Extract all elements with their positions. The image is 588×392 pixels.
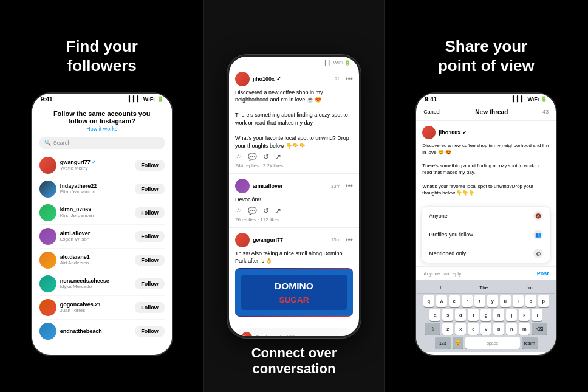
post-avatar-1 [235,72,250,86]
key-y[interactable]: y [487,295,498,307]
key-l[interactable]: l [532,309,542,321]
reply-option-following[interactable]: Profiles you follow 👥 [422,225,550,244]
share-icon[interactable]: ↗ [275,207,281,215]
follow-button[interactable]: Follow [135,207,165,218]
battery-icon: 🔋 [157,96,163,102]
post-meta-2: 33m ••• [331,182,353,190]
list-item: kiran_0706x Kirsi Jørgensen Follow [39,201,165,225]
post-button[interactable]: Post [537,270,549,277]
key-v[interactable]: v [480,323,491,335]
reply-option-anyone[interactable]: Anyone 🔕 [422,207,550,225]
list-item: nora.needs.cheese Myka Mercado Follow [39,272,165,296]
user-handle: Airi Andersen [60,260,135,266]
repost-icon[interactable]: ↺ [263,153,269,161]
key-i[interactable]: i [513,295,524,307]
key-emoji[interactable]: 😊 [453,337,463,349]
user-info: endnatthebeach [60,328,135,334]
reply-bar[interactable]: Reply to jiho100x... [234,328,354,335]
mentioned-only-label: Mentioned only [429,250,466,256]
compose-avatar [422,126,436,139]
status-bar-center: ▎▎ WiFi 🔋 [229,57,359,67]
post-menu-3[interactable]: ••• [345,236,353,244]
comment-icon[interactable]: 💬 [248,207,257,215]
comment-icon[interactable]: 💬 [248,153,257,161]
suggestion-i[interactable]: I [437,284,443,291]
list-item: gogoncalves.21 Juan Torres Follow [39,296,165,320]
key-w[interactable]: w [436,295,447,307]
follow-button[interactable]: Follow [135,326,165,337]
repost-icon[interactable]: ↺ [263,207,269,215]
key-j[interactable]: j [506,309,517,321]
key-m[interactable]: m [519,323,530,335]
key-a[interactable]: a [429,309,440,321]
post-menu-2[interactable]: ••• [345,182,353,190]
status-time-left: 9:41 [41,96,53,103]
signal-icon-right: ▎▎▎ [513,96,525,102]
key-p[interactable]: p [538,295,549,307]
key-t[interactable]: t [474,295,485,307]
anyone-label: Anyone [429,213,448,219]
key-b[interactable]: b [493,323,504,335]
right-heading: Share yourpoint of view [438,37,535,75]
follow-button[interactable]: Follow [135,278,165,289]
username: endnatthebeach [60,328,135,334]
how-it-works-link[interactable]: How it works [39,126,165,132]
thread-post-3: gwangurl77 15m ••• This!!! Also taking a… [229,228,359,325]
key-c[interactable]: c [468,323,479,335]
key-return[interactable]: return [522,337,538,349]
post-text-3: This!!! Also taking a nice stroll along … [235,250,353,265]
reply-options-menu: Anyone 🔕 Profiles you follow 👥 Mentioned… [421,206,551,263]
key-g[interactable]: g [480,309,491,321]
post-header-1: jiho100x ✓ 2h ••• [235,72,353,86]
username: hidayathere22 [60,183,135,189]
share-icon[interactable]: ↗ [275,153,281,161]
username: gogoncalves.21 [60,301,135,308]
post-user-1: jiho100x ✓ [235,72,281,86]
key-f[interactable]: f [468,309,479,321]
domino-sugar-sign: DOMINO SUGAR [235,268,353,317]
key-k[interactable]: k [519,309,530,321]
list-item: gwangurl77 ✓ Yvette Mistry Follow [39,154,165,177]
key-x[interactable]: x [455,323,466,335]
follow-button[interactable]: Follow [135,255,165,266]
like-icon[interactable]: ♡ [235,153,242,161]
key-123[interactable]: 123 [435,337,451,349]
user-info: gogoncalves.21 Juan Torres [60,301,135,313]
follow-button[interactable]: Follow [135,160,165,171]
key-delete[interactable]: ⌫ [532,323,547,335]
user-handle: Myka Mercado [60,284,135,289]
cancel-button[interactable]: Cancel [423,109,440,115]
avatar [39,181,56,198]
compose-text: Discovered a new coffee shop in my neigh… [422,142,550,197]
anyone-reply-bar: Anyone can reply Post [416,266,556,280]
reply-option-mentioned[interactable]: Mentioned only @ [422,244,550,263]
key-space[interactable]: space [465,337,520,349]
new-thread-header: Cancel New thread 43 [416,104,556,121]
key-q[interactable]: q [423,295,434,307]
key-z[interactable]: z [442,323,453,335]
key-shift[interactable]: ⇧ [425,323,440,335]
suggestion-the[interactable]: The [477,284,490,291]
key-u[interactable]: u [500,295,511,307]
follow-button[interactable]: Follow [135,302,165,313]
post-header-3: gwangurl77 15m ••• [235,233,353,247]
key-r[interactable]: r [462,295,473,307]
key-s[interactable]: s [442,309,453,321]
post-avatar-2 [235,179,250,193]
verified-icon: ✓ [92,160,96,165]
follow-button[interactable]: Follow [135,184,165,194]
key-e[interactable]: e [449,295,460,307]
post-text-2: Devoción!! [235,196,353,204]
follow-button[interactable]: Follow [135,231,165,242]
search-box[interactable]: 🔍 Search [39,137,165,149]
compose-area: jiho100x ✓ Discovered a new coffee shop … [416,121,556,207]
keyboard[interactable]: I The I'm q w e r t y u i o p a s d f [416,280,556,352]
key-d[interactable]: d [455,309,466,321]
user-handle: Juan Torres [60,308,135,313]
post-menu-1[interactable]: ••• [345,75,353,83]
key-o[interactable]: o [525,295,536,307]
key-n[interactable]: n [506,323,517,335]
like-icon[interactable]: ♡ [235,207,242,215]
key-h[interactable]: h [493,309,504,321]
suggestion-im[interactable]: I'm [524,284,535,291]
